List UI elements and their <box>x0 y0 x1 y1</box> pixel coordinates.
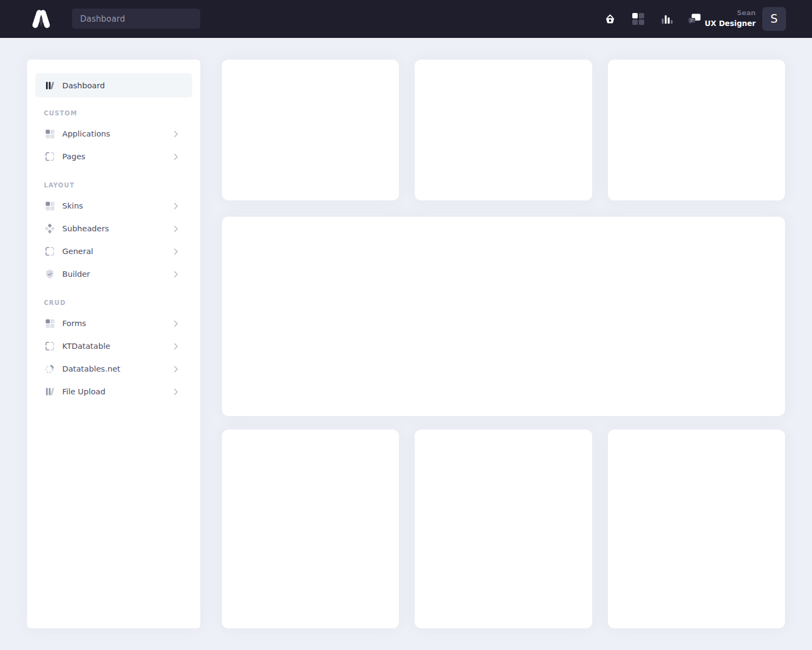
chevron-right-icon <box>174 271 178 278</box>
sidebar-item-label: Forms <box>62 319 174 328</box>
card-top-left <box>222 60 399 200</box>
sidebar: Dashboard CUSTOM Applications <box>27 60 200 628</box>
dots-icon <box>44 223 55 234</box>
chevron-right-icon <box>174 320 178 327</box>
library-icon <box>44 80 55 91</box>
spinner-arrow-icon <box>44 363 55 374</box>
sidebar-item-ktdatatable[interactable]: KTDatatable <box>35 335 192 358</box>
sidebar-item-label: Dashboard <box>62 81 178 90</box>
sidebar-item-label: Pages <box>62 152 174 161</box>
sidebar-item-applications[interactable]: Applications <box>35 122 192 145</box>
sidebar-item-label: Subheaders <box>62 224 174 233</box>
avatar-initial: S <box>770 12 777 25</box>
blocks-icon <box>44 128 55 139</box>
user-avatar[interactable]: S <box>762 7 786 31</box>
page-title: Dashboard <box>80 14 125 24</box>
sidebar-item-subheaders[interactable]: Subheaders <box>35 217 192 240</box>
topbar: Dashboard <box>0 0 812 38</box>
sidebar-item-datatables-net[interactable]: Datatables.net <box>35 358 192 380</box>
sidebar-item-dashboard[interactable]: Dashboard <box>35 73 192 98</box>
blocks-icon <box>44 318 55 329</box>
card-middle-wide <box>222 217 785 416</box>
blocks-icon <box>44 200 55 211</box>
sidebar-item-label: General <box>62 247 174 256</box>
card-bottom-center <box>415 430 592 628</box>
section-header-crud: CRUD <box>35 299 192 307</box>
basket-icon[interactable] <box>603 12 617 26</box>
chat-icon[interactable] <box>687 12 701 26</box>
topbar-quick-actions <box>603 12 701 26</box>
section-header-layout: LAYOUT <box>35 181 192 189</box>
sidebar-item-label: Builder <box>62 270 174 278</box>
user-role: UX Designer <box>705 18 756 29</box>
page-title-box[interactable]: Dashboard <box>72 9 200 29</box>
dashboard-page: Dashboard <box>0 0 812 650</box>
chevron-right-icon <box>174 131 178 138</box>
crop-icon <box>44 246 55 257</box>
sidebar-item-label: File Upload <box>62 387 174 396</box>
shield-check-icon <box>44 269 55 280</box>
chevron-right-icon <box>174 248 178 255</box>
chevron-right-icon <box>174 388 178 395</box>
card-top-right <box>608 60 785 200</box>
metronic-logo-icon[interactable] <box>28 7 54 31</box>
crop-icon <box>44 151 55 162</box>
sidebar-item-label: Skins <box>62 202 174 210</box>
library-icon <box>44 386 55 397</box>
cards-row-top <box>222 60 785 200</box>
chevron-right-icon <box>174 225 178 232</box>
user-menu[interactable]: Sean UX Designer <box>705 8 756 29</box>
card-top-center <box>415 60 592 200</box>
sidebar-item-label: Datatables.net <box>62 365 174 373</box>
sidebar-item-file-upload[interactable]: File Upload <box>35 380 192 403</box>
user-name: Sean <box>705 8 756 18</box>
bar-chart-icon[interactable] <box>659 12 673 26</box>
card-bottom-left <box>222 430 399 628</box>
cards-row-bottom <box>222 430 785 628</box>
section-header-custom: CUSTOM <box>35 109 192 117</box>
chevron-right-icon <box>174 203 178 210</box>
chevron-right-icon <box>174 366 178 373</box>
chevron-right-icon <box>174 153 178 160</box>
sidebar-item-label: KTDatatable <box>62 342 174 350</box>
apps-grid-icon[interactable] <box>631 12 645 26</box>
sidebar-item-builder[interactable]: Builder <box>35 263 192 285</box>
sidebar-item-skins[interactable]: Skins <box>35 194 192 217</box>
crop-icon <box>44 341 55 352</box>
sidebar-item-forms[interactable]: Forms <box>35 312 192 335</box>
chevron-right-icon <box>174 343 178 350</box>
sidebar-item-pages[interactable]: Pages <box>35 145 192 168</box>
sidebar-item-general[interactable]: General <box>35 240 192 263</box>
sidebar-item-label: Applications <box>62 129 174 138</box>
card-bottom-right <box>608 430 785 628</box>
